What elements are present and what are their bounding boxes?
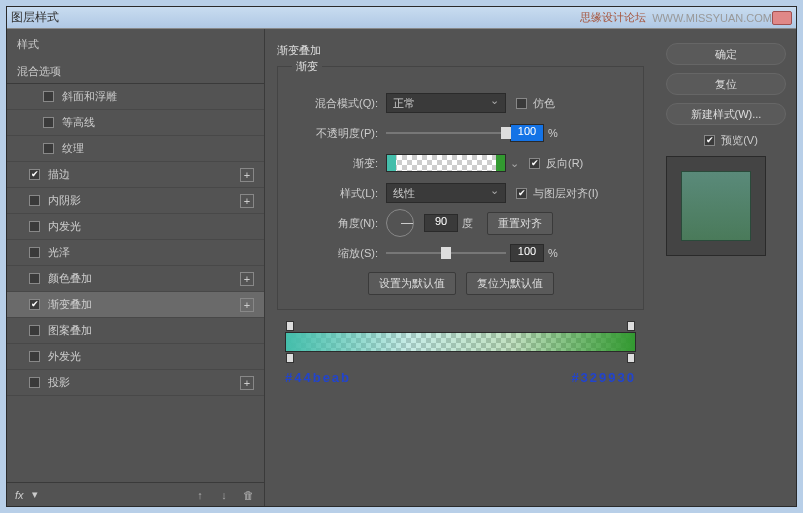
scale-slider[interactable] [386, 243, 506, 263]
style-checkbox[interactable] [29, 351, 40, 362]
style-select[interactable]: 线性 [386, 183, 506, 203]
style-checkbox[interactable] [43, 117, 54, 128]
style-item-7[interactable]: 颜色叠加+ [7, 266, 264, 292]
style-item-label: 内阴影 [48, 193, 81, 208]
style-checkbox[interactable] [29, 273, 40, 284]
gradient-bar[interactable] [285, 332, 636, 352]
opacity-label: 不透明度(P): [292, 126, 378, 141]
style-item-label: 光泽 [48, 245, 70, 260]
blend-options-header[interactable]: 混合选项 [7, 60, 264, 84]
preview-swatch [681, 171, 751, 241]
gradient-swatch[interactable] [386, 154, 506, 172]
layer-style-dialog: 图层样式 思缘设计论坛 WWW.MISSYUAN.COM 样式 混合选项 斜面和… [6, 6, 797, 507]
gradient-fieldset: 渐变 混合模式(Q): 正常 仿色 不透明度(P): 100 % 渐变: ⌄ [277, 66, 644, 310]
style-checkbox[interactable] [29, 195, 40, 206]
section-title: 渐变叠加 [277, 43, 644, 58]
color-stop-left[interactable] [286, 353, 294, 363]
angle-input[interactable]: 90 [424, 214, 458, 232]
style-item-9[interactable]: 图案叠加 [7, 318, 264, 344]
right-panel: 确定 复位 新建样式(W)... 预览(V) [656, 29, 796, 506]
hex-left: #44beab [285, 370, 351, 385]
close-icon[interactable] [772, 11, 792, 25]
new-style-button[interactable]: 新建样式(W)... [666, 103, 786, 125]
styles-sidebar: 样式 混合选项 斜面和浮雕等高线纹理描边+内阴影+内发光光泽颜色叠加+渐变叠加+… [7, 29, 265, 506]
dither-label: 仿色 [533, 96, 555, 111]
style-item-0[interactable]: 斜面和浮雕 [7, 84, 264, 110]
style-item-label: 颜色叠加 [48, 271, 92, 286]
style-item-3[interactable]: 描边+ [7, 162, 264, 188]
style-item-label: 纹理 [62, 141, 84, 156]
style-item-label: 等高线 [62, 115, 95, 130]
style-item-1[interactable]: 等高线 [7, 110, 264, 136]
scale-unit: % [548, 247, 558, 259]
arrow-up-icon[interactable]: ↑ [192, 487, 208, 503]
gradient-editor: #44beab #329930 [277, 332, 644, 385]
gradient-label: 渐变: [292, 156, 378, 171]
color-stop-right[interactable] [627, 353, 635, 363]
chevron-down-icon[interactable]: ▾ [32, 488, 38, 501]
style-item-label: 渐变叠加 [48, 297, 92, 312]
sidebar-footer: fx ▾ ↑ ↓ 🗑 [7, 482, 264, 506]
ok-button[interactable]: 确定 [666, 43, 786, 65]
style-item-label: 外发光 [48, 349, 81, 364]
style-label: 样式(L): [292, 186, 378, 201]
scale-input[interactable]: 100 [510, 244, 544, 262]
align-checkbox[interactable] [516, 188, 527, 199]
angle-unit: 度 [462, 216, 473, 231]
style-item-2[interactable]: 纹理 [7, 136, 264, 162]
reverse-checkbox[interactable] [529, 158, 540, 169]
opacity-input[interactable]: 100 [510, 124, 544, 142]
opacity-stop-left[interactable] [286, 321, 294, 331]
style-item-4[interactable]: 内阴影+ [7, 188, 264, 214]
trash-icon[interactable]: 🗑 [240, 487, 256, 503]
opacity-stop-right[interactable] [627, 321, 635, 331]
reset-default-button[interactable]: 复位为默认值 [466, 272, 554, 295]
set-default-button[interactable]: 设置为默认值 [368, 272, 456, 295]
style-checkbox[interactable] [29, 377, 40, 388]
style-checkbox[interactable] [43, 143, 54, 154]
plus-icon[interactable]: + [240, 194, 254, 208]
style-item-5[interactable]: 内发光 [7, 214, 264, 240]
style-item-6[interactable]: 光泽 [7, 240, 264, 266]
plus-icon[interactable]: + [240, 376, 254, 390]
opacity-unit: % [548, 127, 558, 139]
preview-checkbox[interactable] [704, 135, 715, 146]
style-checkbox[interactable] [29, 169, 40, 180]
plus-icon[interactable]: + [240, 298, 254, 312]
titlebar: 图层样式 思缘设计论坛 WWW.MISSYUAN.COM [7, 7, 796, 29]
style-item-10[interactable]: 外发光 [7, 344, 264, 370]
hex-right: #329930 [571, 370, 636, 385]
style-checkbox[interactable] [43, 91, 54, 102]
style-checkbox[interactable] [29, 247, 40, 258]
plus-icon[interactable]: + [240, 272, 254, 286]
opacity-slider[interactable] [386, 123, 506, 143]
angle-label: 角度(N): [292, 216, 378, 231]
style-item-label: 内发光 [48, 219, 81, 234]
blend-mode-select[interactable]: 正常 [386, 93, 506, 113]
style-item-label: 投影 [48, 375, 70, 390]
reverse-label: 反向(R) [546, 156, 583, 171]
angle-dial[interactable] [386, 209, 414, 237]
style-item-11[interactable]: 投影+ [7, 370, 264, 396]
style-checkbox[interactable] [29, 221, 40, 232]
style-item-label: 图案叠加 [48, 323, 92, 338]
scale-label: 缩放(S): [292, 246, 378, 261]
style-checkbox[interactable] [29, 299, 40, 310]
preview-label: 预览(V) [721, 133, 758, 148]
dither-checkbox[interactable] [516, 98, 527, 109]
watermark-forum: 思缘设计论坛 [580, 10, 646, 25]
blend-mode-label: 混合模式(Q): [292, 96, 378, 111]
reset-align-button[interactable]: 重置对齐 [487, 212, 553, 235]
window-title: 图层样式 [11, 9, 59, 26]
style-checkbox[interactable] [29, 325, 40, 336]
watermark-url: WWW.MISSYUAN.COM [652, 12, 772, 24]
cancel-button[interactable]: 复位 [666, 73, 786, 95]
arrow-down-icon[interactable]: ↓ [216, 487, 232, 503]
fx-label[interactable]: fx [15, 489, 24, 501]
chevron-down-icon[interactable]: ⌄ [510, 157, 519, 170]
plus-icon[interactable]: + [240, 168, 254, 182]
main-panel: 渐变叠加 渐变 混合模式(Q): 正常 仿色 不透明度(P): 100 % 渐变… [265, 29, 656, 506]
fieldset-legend: 渐变 [292, 59, 322, 74]
style-item-8[interactable]: 渐变叠加+ [7, 292, 264, 318]
style-item-label: 斜面和浮雕 [62, 89, 117, 104]
